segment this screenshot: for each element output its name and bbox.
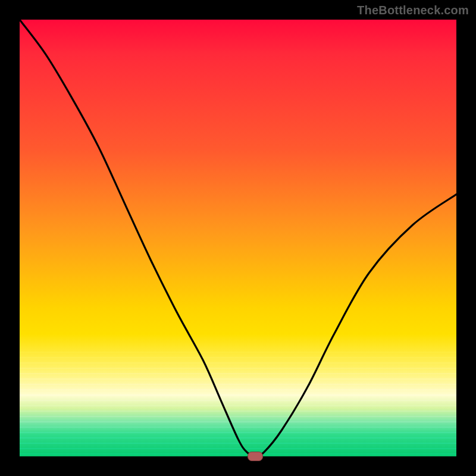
- plot-area: [20, 20, 456, 456]
- bottleneck-curve: [20, 20, 456, 456]
- watermark-text: TheBottleneck.com: [357, 4, 469, 17]
- min-marker: [248, 452, 263, 461]
- gradient-bands: [20, 352, 456, 456]
- chart-frame: TheBottleneck.com: [0, 0, 476, 476]
